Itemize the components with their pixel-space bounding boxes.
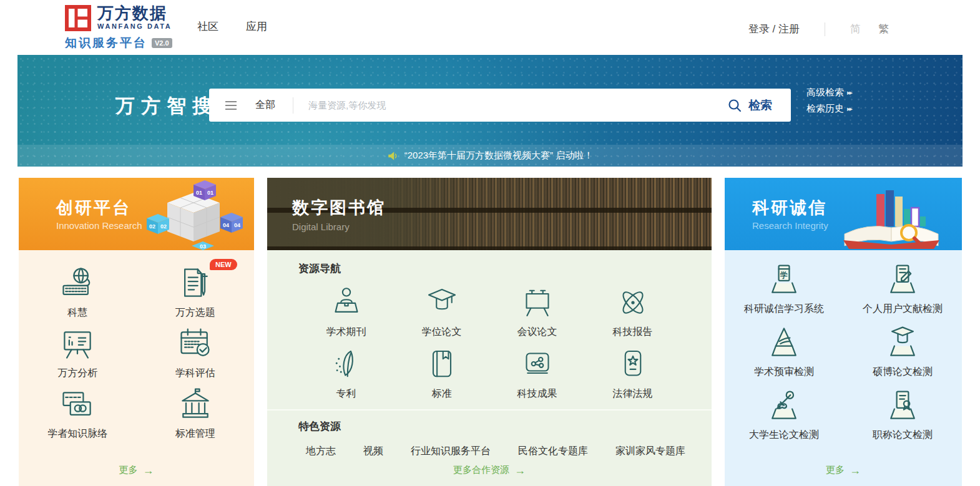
globe-keyboard-icon [58,264,97,303]
svg-text:02: 02 [149,223,155,230]
tray-doc-pencil-icon [883,260,922,299]
innovation-item-standard-mgmt[interactable]: 标准管理 [149,385,242,440]
top-nav: 社区 应用 [197,19,267,34]
svg-text:04: 04 [234,222,240,228]
hero-banner: 万方智搜 全部 检索 高级检索 ▸▸ 检索历史 ▸▸ “2023年第十届万方数据… [17,55,963,167]
advanced-search-link[interactable]: 高级检索 ▸▸ [806,87,851,99]
innovation-item-topic-selection[interactable]: NEW 万方选题 [149,264,242,319]
library-card-header[interactable]: 数字图书馆 Digital Library [267,178,712,250]
wanfang-logo-icon [65,5,91,31]
library-more-link[interactable]: 更多合作资源 → [298,464,680,486]
podium-person-icon [327,283,366,322]
search-bar: 全部 检索 [209,89,791,122]
research-integrity-card: 科研诚信 Research Integrity [725,178,962,486]
cube-illustration: 01 01 02 02 04 04 [140,179,247,250]
arrow-right-icon: → [850,465,861,476]
new-badge: NEW [210,259,237,270]
innovation-item-scholar-network[interactable]: 学者知识脉络 [31,385,124,440]
double-arrow-icon: ▸▸ [847,89,851,97]
library-card-subtitle: Digital Library [292,221,350,232]
svg-text:04: 04 [223,222,229,228]
open-book-illustration [829,183,957,250]
quill-icon [327,345,366,384]
scope-dropdown[interactable]: 全部 [255,99,275,112]
announcement-text: “2023年第十届万方数据微视频大赛” 启动啦！ [404,150,594,162]
search-input[interactable] [293,100,718,110]
innovation-item-analysis[interactable]: 万方分析 [31,324,124,380]
hamburger-icon[interactable] [225,101,237,110]
logo[interactable]: 万方数据 WANFANG DATA 知识服务平台 V2.0 [65,5,172,51]
integrity-item-pre-review[interactable]: 学术预审检测 [731,323,837,379]
cards-icon [58,385,97,424]
double-arrow-icon: ▸▸ [847,105,851,113]
special-resources-title: 特色资源 [298,419,680,434]
cube-02: 02 02 [147,214,169,234]
monitor-share-icon [518,345,557,384]
svg-text:01: 01 [207,190,213,196]
resource-standards[interactable]: 标准 [395,345,489,401]
svg-text:学: 学 [780,271,788,279]
version-badge: V2.0 [152,38,172,48]
library-section-divider [267,409,712,411]
tray-study-book-icon: 学 [765,260,803,299]
integrity-more-link[interactable]: 更多 → [725,464,962,486]
search-brand-title: 万方智搜 [115,93,218,119]
digital-library-card: 数字图书馆 Digital Library 资源导航 学术期刊 [267,178,712,486]
tray-grad-cap-icon [883,323,922,362]
integrity-item-personal-check[interactable]: 个人用户文献检测 [850,260,956,316]
innovation-item-discipline-eval[interactable]: 学科评估 [149,324,242,380]
graduation-cap-icon [423,283,461,322]
announcement-bar[interactable]: “2023年第十届万方数据微视频大赛” 启动啦！ [17,145,963,167]
innovation-card-title: 创研平台 [56,197,131,219]
search-history-link[interactable]: 检索历史 ▸▸ [806,103,851,115]
innovation-card-subtitle: Innovation Research [56,220,142,231]
nav-apps[interactable]: 应用 [246,19,267,34]
nav-community[interactable]: 社区 [197,19,218,34]
special-link-industry-platform[interactable]: 行业知识服务平台 [411,445,491,458]
bank-icon [176,385,215,424]
arrow-right-icon: → [143,465,154,476]
innovation-more-link[interactable]: 更多 → [19,464,254,486]
document-pen-icon: NEW [176,264,215,303]
easel-chart-icon [58,324,97,363]
resource-laws[interactable]: 法律法规 [586,345,680,401]
brand-name-en: WANFANG DATA [97,23,172,30]
login-register-link[interactable]: 登录 / 注册 [748,22,800,36]
lang-traditional[interactable]: 繁 [878,22,889,36]
resource-nav-title: 资源导航 [298,261,680,276]
resource-tech-reports[interactable]: 科技报告 [586,283,680,339]
integrity-card-title: 科研诚信 [752,197,827,219]
tray-certificate-icon [883,386,922,425]
search-button[interactable]: 检索 [718,89,791,122]
tray-letter-a-icon [765,323,803,362]
arrow-right-icon: → [514,465,526,476]
special-link-videos[interactable]: 视频 [363,445,383,458]
search-icon [728,99,742,112]
innovation-item-kehui[interactable]: 科慧 [31,264,124,319]
cube-04: 04 04 [220,213,243,233]
special-link-folk-culture[interactable]: 民俗文化专题库 [518,445,588,458]
integrity-card-header[interactable]: 科研诚信 Research Integrity [725,178,962,250]
speaker-icon [387,150,398,162]
platform-name: 知识服务平台 [65,35,147,51]
resource-conference-papers[interactable]: 会议论文 [491,283,584,339]
header-divider [825,22,825,36]
special-link-local-chronicles[interactable]: 地方志 [306,445,336,458]
resource-tech-achievements[interactable]: 科技成果 [491,345,584,401]
integrity-item-thesis-check[interactable]: 硕博论文检测 [850,323,956,379]
svg-text:01: 01 [196,190,202,196]
special-link-family-tradition[interactable]: 家训家风专题库 [615,445,685,458]
resource-dissertations[interactable]: 学位论文 [395,283,489,339]
integrity-item-title-check[interactable]: 职称论文检测 [850,386,956,442]
integrity-item-study-system[interactable]: 学 科研诚信学习系统 [731,260,837,316]
tray-diploma-icon [765,386,803,425]
svg-text:03: 03 [200,243,206,250]
integrity-item-undergrad-check[interactable]: 大学生论文检测 [731,386,837,442]
resource-journals[interactable]: 学术期刊 [300,283,393,339]
library-card-title: 数字图书馆 [292,197,386,219]
resource-patents[interactable]: 专利 [300,345,393,401]
lang-simplified[interactable]: 简 [850,22,861,36]
innovation-card-header[interactable]: 创研平台 Innovation Research 01 01 [19,178,254,250]
brand-name-cn: 万方数据 [97,5,172,21]
book-bookmark-icon [423,345,461,384]
